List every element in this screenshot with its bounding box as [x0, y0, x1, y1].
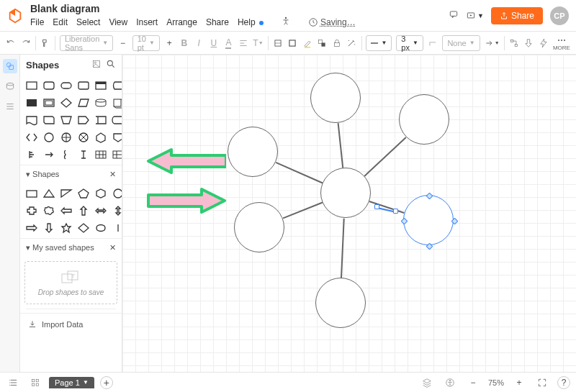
redo-button[interactable]	[21, 35, 32, 51]
line-style-select[interactable]: ▼	[366, 35, 392, 51]
close-saved-icon[interactable]: ✕	[109, 243, 116, 252]
shapes-gallery-icon[interactable]	[91, 59, 102, 71]
shapes-search-icon[interactable]	[106, 59, 116, 71]
undo-button[interactable]	[6, 35, 17, 51]
text-options-button[interactable]: T▼	[253, 35, 264, 51]
border-color-button[interactable]	[287, 35, 298, 51]
shape-swatch[interactable]	[76, 186, 91, 201]
layers-footer-icon[interactable]	[419, 375, 435, 391]
shape-swatch[interactable]	[42, 186, 56, 201]
line-color-button[interactable]	[302, 35, 313, 51]
accessibility-icon[interactable]	[281, 16, 291, 28]
diagram-circle[interactable]	[315, 278, 366, 328]
diagram-circle[interactable]	[310, 73, 361, 123]
shape-swatch[interactable]	[111, 147, 122, 162]
magic-button[interactable]	[346, 35, 357, 51]
shape-swatch[interactable]	[76, 147, 91, 162]
shape-swatch[interactable]	[94, 96, 108, 110]
add-page-button[interactable]: +	[100, 376, 113, 389]
saving-status[interactable]: Saving…	[308, 17, 356, 27]
shape-swatch[interactable]	[42, 130, 56, 145]
shape-swatch[interactable]	[24, 147, 39, 162]
underline-button[interactable]: U	[209, 35, 220, 51]
connector-line[interactable]	[282, 202, 323, 219]
shape-swatch[interactable]	[42, 221, 56, 235]
align-button[interactable]	[238, 35, 249, 51]
grid-view-button[interactable]	[27, 375, 43, 391]
shape-swatch[interactable]	[59, 130, 73, 145]
arrow-start-select[interactable]: None▼	[442, 35, 480, 51]
shape-swatch[interactable]	[24, 186, 39, 201]
shape-swatch[interactable]	[94, 221, 108, 235]
saved-drop-zone[interactable]: T Drop shapes to save	[24, 261, 117, 304]
shape-swatch[interactable]	[111, 130, 122, 145]
diagram-circle[interactable]	[399, 94, 449, 145]
shape-swatch[interactable]	[111, 96, 122, 110]
shape-swatch[interactable]	[42, 78, 56, 93]
shape-swatch[interactable]	[94, 147, 108, 162]
menu-help[interactable]: Help	[238, 17, 264, 27]
connector-line[interactable]	[364, 137, 406, 176]
font-size-decrease[interactable]: −	[117, 35, 128, 51]
shape-swatch[interactable]	[24, 204, 39, 218]
flowchart-button[interactable]	[508, 35, 519, 51]
shape-swatch[interactable]	[59, 113, 73, 127]
shape-swatch[interactable]	[42, 147, 56, 162]
annotation-arrow[interactable]	[147, 188, 226, 214]
canvas-area[interactable]	[122, 55, 576, 372]
outline-view-button[interactable]	[6, 375, 22, 391]
shape-swatch[interactable]	[24, 130, 39, 145]
shapes-section-header[interactable]: ▾ Shapes ✕	[20, 165, 122, 183]
menu-file[interactable]: File	[30, 17, 44, 27]
user-avatar[interactable]: CP	[550, 6, 569, 25]
page-tab[interactable]: Page 1 ▼	[49, 377, 94, 388]
diagram-circle[interactable]	[228, 127, 278, 177]
shape-swatch[interactable]	[76, 130, 91, 145]
accessibility-footer-icon[interactable]	[442, 375, 458, 391]
shape-swatch[interactable]	[94, 204, 108, 218]
menu-select[interactable]: Select	[76, 17, 100, 27]
shape-swatch[interactable]	[111, 78, 122, 93]
annotation-arrow[interactable]	[147, 148, 226, 174]
shape-swatch[interactable]	[94, 186, 108, 201]
bold-button[interactable]: B	[179, 35, 189, 51]
action-button[interactable]	[523, 35, 534, 51]
menu-share[interactable]: Share	[206, 17, 229, 27]
more-button[interactable]: ⋯MORE	[553, 35, 570, 51]
shape-swatch[interactable]	[42, 204, 56, 218]
shape-swatch[interactable]	[59, 96, 73, 110]
fullscreen-button[interactable]	[534, 375, 550, 391]
shape-swatch[interactable]	[59, 186, 73, 201]
shape-style-button[interactable]	[317, 35, 328, 51]
shape-swatch[interactable]	[76, 78, 91, 93]
data-rail-button[interactable]	[3, 99, 17, 114]
font-family-select[interactable]: Liberation Sans▼	[60, 35, 113, 51]
shape-swatch[interactable]	[42, 96, 56, 110]
shape-swatch[interactable]	[111, 186, 122, 201]
menu-insert[interactable]: Insert	[136, 17, 158, 27]
shape-swatch[interactable]	[94, 130, 108, 145]
shapes-rail-button[interactable]	[3, 59, 17, 73]
format-painter-button[interactable]	[40, 35, 51, 51]
line-type-button[interactable]	[428, 35, 438, 51]
zoom-in-button[interactable]: +	[511, 375, 527, 391]
line-width-select[interactable]: 3 px▼	[396, 35, 423, 51]
import-data-button[interactable]: Import Data	[20, 313, 122, 335]
shape-swatch[interactable]	[76, 113, 91, 127]
menu-edit[interactable]: Edit	[53, 17, 68, 27]
shape-swatch[interactable]	[59, 221, 73, 235]
zoom-level[interactable]: 75%	[488, 378, 504, 387]
shape-swatch[interactable]	[24, 78, 39, 93]
lightning-button[interactable]	[538, 35, 549, 51]
text-color-button[interactable]: A	[223, 35, 234, 51]
shape-swatch[interactable]	[42, 113, 56, 127]
shape-swatch[interactable]	[76, 96, 91, 110]
comment-icon[interactable]	[449, 9, 459, 22]
arrow-end-select[interactable]: ▼	[485, 35, 500, 51]
diagram-circle[interactable]	[234, 202, 284, 252]
document-title[interactable]: Blank diagram	[30, 3, 449, 14]
lock-button[interactable]	[332, 35, 343, 51]
font-size-increase[interactable]: +	[164, 35, 175, 51]
connector-line[interactable]	[276, 162, 323, 183]
shape-swatch[interactable]	[59, 78, 73, 93]
